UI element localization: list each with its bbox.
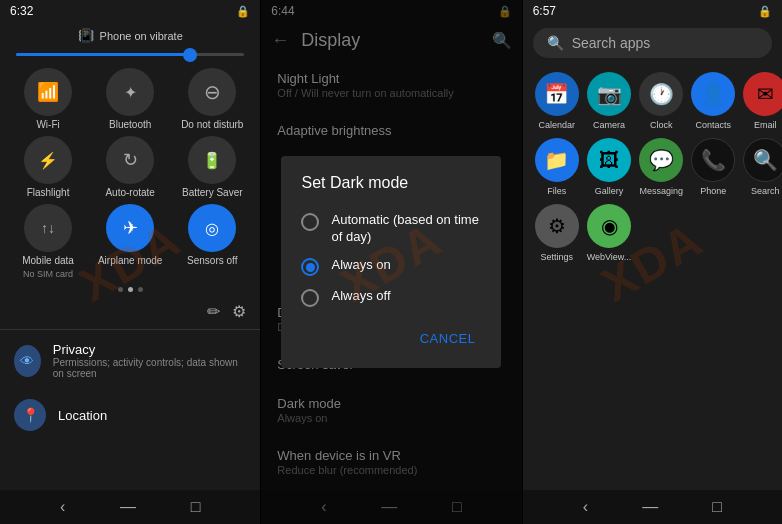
app-settings[interactable]: ⚙ Settings (535, 204, 579, 262)
mobiledata-tile-sub: No SIM card (23, 269, 73, 279)
dialog-overlay: Set Dark mode Automatic (based on time o… (261, 0, 521, 524)
panel-display-settings: XDA 6:44 🔒 ← Display 🔍 Night Light Off /… (261, 0, 521, 524)
app-files[interactable]: 📁 Files (535, 138, 579, 196)
flashlight-tile-icon: ⚡ (24, 136, 72, 184)
dialog-actions: CANCEL (301, 327, 481, 350)
bluetooth-tile-icon: ✦ (106, 68, 154, 116)
search-apps-placeholder: Search apps (572, 35, 651, 51)
location-title: Location (58, 408, 107, 423)
lock-icon: 🔒 (236, 5, 250, 18)
mobiledata-tile-icon: ↑↓ (24, 204, 72, 252)
app-gallery[interactable]: 🖼 Gallery (587, 138, 632, 196)
time-3: 6:57 (533, 4, 556, 18)
radio-label-always-off: Always off (331, 288, 390, 305)
radio-label-always-on: Always on (331, 257, 390, 274)
app-messaging[interactable]: 💬 Messaging (639, 138, 683, 196)
autorotate-tile-icon: ↻ (106, 136, 154, 184)
tile-bluetooth[interactable]: ✦ Bluetooth (92, 68, 168, 130)
app-calendar[interactable]: 📅 Calendar (535, 72, 579, 130)
radio-circle-always-off (301, 289, 319, 307)
privacy-subtitle: Permissions; activity controls; data sho… (53, 357, 247, 379)
tile-battery[interactable]: 🔋 Battery Saver (174, 136, 250, 198)
dnd-tile-label: Do not disturb (181, 119, 243, 130)
search-icon-apps: 🔍 (547, 35, 564, 51)
tile-mobiledata[interactable]: ↑↓ Mobile data No SIM card (10, 204, 86, 279)
phone-icon: 📞 (691, 138, 735, 182)
brightness-fill (16, 53, 187, 56)
back-button-3[interactable]: ‹ (583, 498, 588, 516)
tile-wifi[interactable]: 📶 Wi-Fi (10, 68, 86, 130)
list-item-privacy[interactable]: 👁 Privacy Permissions; activity controls… (0, 332, 260, 389)
edit-icon[interactable]: ✏ (207, 302, 220, 321)
recents-button-1[interactable]: □ (191, 498, 201, 516)
app-phone[interactable]: 📞 Phone (691, 138, 735, 196)
status-icons-1: 🔒 (236, 5, 250, 18)
dot-1 (118, 287, 123, 292)
airplane-tile-icon: ✈ (106, 204, 154, 252)
lock-icon-3: 🔒 (758, 5, 772, 18)
brightness-thumb (183, 48, 197, 62)
tile-sensors[interactable]: ◎ Sensors off (174, 204, 250, 279)
apps-grid: 📅 Calendar 📷 Camera 🕐 Clock 👤 Contacts ✉… (523, 64, 782, 270)
dialog-title: Set Dark mode (301, 174, 481, 192)
panel-app-drawer: XDA 6:57 🔒 🔍 Search apps 📅 Calendar 📷 Ca… (523, 0, 782, 524)
app-search[interactable]: 🔍 Search (743, 138, 782, 196)
wifi-tile-icon: 📶 (24, 68, 72, 116)
status-bar-1: 6:32 🔒 (0, 0, 260, 22)
radio-always-off[interactable]: Always off (301, 282, 481, 313)
camera-icon: 📷 (587, 72, 631, 116)
toolbar: ✏ ⚙ (0, 296, 260, 327)
radio-circle-automatic (301, 213, 319, 231)
list-item-location[interactable]: 📍 Location (0, 389, 260, 441)
radio-circle-always-on (301, 258, 319, 276)
messaging-icon: 💬 (639, 138, 683, 182)
privacy-title: Privacy (53, 342, 247, 357)
vibrate-label: Phone on vibrate (100, 30, 183, 42)
app-webview[interactable]: ◉ WebView... (587, 204, 632, 262)
tile-airplane[interactable]: ✈ Airplane mode (92, 204, 168, 279)
back-button-1[interactable]: ‹ (60, 498, 65, 516)
privacy-icon: 👁 (14, 345, 41, 377)
app-search-bar[interactable]: 🔍 Search apps (533, 28, 772, 58)
nav-bar-1: ‹ — □ (0, 490, 260, 524)
settings-label: Settings (540, 252, 573, 262)
messaging-label: Messaging (640, 186, 684, 196)
app-email[interactable]: ✉ Email (743, 72, 782, 130)
bluetooth-tile-label: Bluetooth (109, 119, 151, 130)
app-camera[interactable]: 📷 Camera (587, 72, 632, 130)
privacy-text: Privacy Permissions; activity controls; … (53, 342, 247, 379)
dnd-tile-icon: ⊖ (188, 68, 236, 116)
flashlight-tile-label: Flashlight (27, 187, 70, 198)
tile-dnd[interactable]: ⊖ Do not disturb (174, 68, 250, 130)
status-bar-3: 6:57 🔒 (523, 0, 782, 22)
search-label: Search (751, 186, 780, 196)
battery-tile-icon: 🔋 (188, 136, 236, 184)
wifi-tile-label: Wi-Fi (36, 119, 59, 130)
dot-3 (138, 287, 143, 292)
settings-icon: ⚙ (535, 204, 579, 248)
tile-flashlight[interactable]: ⚡ Flashlight (10, 136, 86, 198)
webview-icon: ◉ (587, 204, 631, 248)
nav-bar-3: ‹ — □ (523, 490, 782, 524)
app-contacts[interactable]: 👤 Contacts (691, 72, 735, 130)
tile-autorotate[interactable]: ↻ Auto-rotate (92, 136, 168, 198)
webview-label: WebView... (587, 252, 632, 262)
home-button-3[interactable]: — (642, 498, 658, 516)
quick-tiles-grid: 📶 Wi-Fi ✦ Bluetooth ⊖ Do not disturb ⚡ F… (0, 64, 260, 283)
dot-2 (128, 287, 133, 292)
contacts-icon: 👤 (691, 72, 735, 116)
gear-icon[interactable]: ⚙ (232, 302, 246, 321)
recents-button-3[interactable]: □ (712, 498, 722, 516)
settings-list: 👁 Privacy Permissions; activity controls… (0, 332, 260, 490)
brightness-slider[interactable] (0, 49, 260, 64)
sensors-tile-icon: ◎ (188, 204, 236, 252)
cancel-button[interactable]: CANCEL (414, 327, 482, 350)
home-button-1[interactable]: — (120, 498, 136, 516)
radio-automatic[interactable]: Automatic (based on time of day) (301, 206, 481, 252)
app-clock[interactable]: 🕐 Clock (639, 72, 683, 130)
files-label: Files (547, 186, 566, 196)
radio-always-on[interactable]: Always on (301, 251, 481, 282)
camera-label: Camera (593, 120, 625, 130)
email-label: Email (754, 120, 777, 130)
clock-label: Clock (650, 120, 673, 130)
